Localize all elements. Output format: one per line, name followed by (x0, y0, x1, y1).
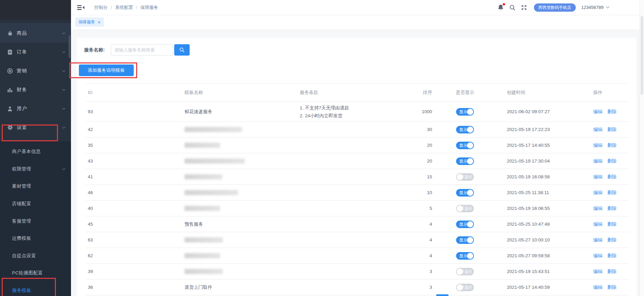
account-menu[interactable]: 123456789 (581, 5, 610, 10)
visibility-toggle[interactable]: 显示 (456, 236, 474, 244)
edit-link[interactable]: 编辑 (593, 285, 603, 290)
delete-link[interactable]: 删除 (607, 269, 617, 274)
sidebar-item-goods[interactable]: 商品 (0, 24, 71, 43)
user-icon (6, 106, 14, 111)
toggle-knob (467, 109, 473, 115)
table-row: 93鲜花速递服务1. 不支持7天无理由退款2. 24小时内立即发货1000显示2… (86, 102, 629, 122)
edit-link[interactable]: 编辑 (593, 253, 603, 258)
cell-id: 35 (86, 143, 175, 148)
cell-created-time: 2021-05-19 16:06:55 (490, 206, 578, 211)
visibility-toggle[interactable]: 显示 (456, 142, 474, 149)
visibility-toggle[interactable]: 显示 (456, 189, 474, 197)
breadcrumb-item[interactable]: 系统配置 (115, 4, 133, 11)
delete-link[interactable]: 删除 (607, 174, 617, 179)
delete-link[interactable]: 删除 (607, 253, 617, 258)
cell-template-name: 预售服务 (175, 221, 290, 227)
edit-link[interactable]: 编辑 (593, 269, 603, 274)
delete-link[interactable]: 删除 (607, 127, 617, 132)
tab-close-icon[interactable]: × (98, 20, 100, 25)
visibility-toggle[interactable]: 不显示 (456, 284, 474, 291)
edit-link[interactable]: 编辑 (593, 190, 603, 195)
cell-created-time: 2021-06-02 09:07:27 (490, 109, 578, 114)
page-scrollbar-thumb[interactable] (641, 16, 643, 95)
toggle-label: 显示 (459, 108, 467, 116)
delete-link[interactable]: 删除 (607, 222, 617, 227)
delete-link[interactable]: 删除 (607, 143, 617, 148)
sidebar-item-marketing[interactable]: 营销 (0, 61, 71, 80)
delete-link[interactable]: 删除 (607, 190, 617, 195)
content-card: 服务名称: 添加服务说明模板 ID模板名称服务条款排序是否显示创建时间操作 93… (77, 38, 636, 296)
menu-collapse-icon[interactable] (77, 5, 85, 10)
sidebar-subitem-customer-service[interactable]: 客服管理 (0, 212, 71, 230)
toggle-knob (467, 142, 473, 149)
visibility-toggle[interactable]: 不显示 (456, 268, 474, 275)
sidebar-subitem-label: 素材管理 (12, 183, 31, 189)
cell-actions: 编辑删除 (578, 205, 628, 212)
sidebar-item-orders[interactable]: 订单 (0, 43, 71, 61)
sidebar-subitem-service-template[interactable]: 服务模板 (0, 282, 71, 296)
visibility-toggle[interactable]: 显示 (456, 252, 474, 260)
delete-link[interactable]: 删除 (607, 237, 617, 242)
edit-link[interactable]: 编辑 (593, 206, 603, 211)
edit-link[interactable]: 编辑 (593, 158, 603, 164)
edit-link[interactable]: 编辑 (593, 174, 603, 179)
service-name-input[interactable] (111, 44, 173, 56)
delete-link[interactable]: 删除 (607, 158, 617, 164)
sidebar-subitem-freight-template[interactable]: 运费模板 (0, 230, 71, 247)
redacted-name (184, 206, 220, 211)
sidebar-subitem-material[interactable]: 素材管理 (0, 178, 71, 195)
visibility-toggle[interactable]: 显示 (456, 157, 474, 165)
cell-template-name (175, 269, 290, 274)
visibility-toggle[interactable]: 显示 (456, 126, 474, 133)
column-header-1: ID (86, 90, 175, 95)
cell-actions: 编辑删除 (578, 174, 628, 180)
cell-template-name: 退货上门取件 (175, 284, 290, 291)
toggle-knob (457, 205, 463, 212)
sidebar-item-finance[interactable]: 财务 (0, 80, 71, 99)
table-row: 4320显示2021-05-19 17:30:04编辑删除 (86, 153, 629, 169)
tab-guarantee-service[interactable]: 保障服务 × (75, 17, 104, 27)
column-header-4: 排序 (407, 90, 440, 96)
redacted-name (184, 127, 242, 132)
chevron-down-icon (62, 108, 65, 110)
chevron-down-icon (62, 51, 65, 53)
cell-visibility: 显示 (440, 252, 490, 260)
sidebar-subitem-permission[interactable]: 权限管理 (0, 161, 71, 178)
edit-link[interactable]: 编辑 (593, 127, 603, 132)
cell-id: 63 (86, 237, 175, 242)
delete-link[interactable]: 删除 (607, 109, 617, 114)
visibility-toggle[interactable]: 不显示 (456, 205, 474, 212)
breadcrumb-item[interactable]: 控制台 (94, 4, 108, 11)
cell-id: 40 (86, 206, 175, 211)
sidebar-scrollbar-thumb[interactable] (69, 35, 70, 58)
edit-link[interactable]: 编辑 (593, 237, 603, 242)
sidebar-subitem-pickup-point[interactable]: 自提点设置 (0, 247, 71, 265)
shop-name-badge[interactable]: 西西里数码手机店 (534, 3, 576, 12)
sidebar-item-settings[interactable]: 设置 (0, 118, 71, 137)
add-service-template-button[interactable]: 添加服务说明模板 (79, 64, 134, 76)
visibility-toggle[interactable]: 显示 (456, 221, 474, 228)
cell-id: 36 (86, 285, 175, 290)
toggle-knob (467, 221, 473, 227)
cell-actions: 编辑删除 (578, 221, 628, 227)
visibility-toggle[interactable]: 显示 (456, 108, 474, 116)
visibility-toggle[interactable]: 不显示 (456, 173, 474, 181)
bell-icon[interactable] (498, 4, 504, 11)
fullscreen-icon[interactable] (521, 4, 527, 11)
edit-link[interactable]: 编辑 (593, 222, 603, 227)
delete-link[interactable]: 删除 (607, 285, 617, 290)
sidebar-subitem-merchant-info[interactable]: 商户基本信息 (0, 143, 71, 161)
search-button[interactable] (174, 44, 190, 56)
sidebar-subitem-pc-carousel[interactable]: PC轮播图配置 (0, 264, 71, 282)
table-row: 3520显示2021-05-17 14:40:55编辑删除 (86, 138, 629, 153)
page-scrollbar[interactable] (640, 0, 644, 296)
edit-link[interactable]: 编辑 (593, 143, 603, 148)
sidebar-subitem-shop-config[interactable]: 店铺配置 (0, 195, 71, 213)
edit-link[interactable]: 编辑 (593, 109, 603, 114)
delete-link[interactable]: 删除 (607, 206, 617, 211)
sidebar-item-users[interactable]: 用户 (0, 99, 71, 118)
search-icon[interactable] (509, 4, 515, 11)
cell-created-time: 2021-05-19 17:30:04 (490, 158, 578, 164)
breadcrumb-item[interactable]: 保障服务 (140, 4, 158, 11)
cell-created-time: 2021-05-19 17:22:23 (490, 127, 578, 132)
